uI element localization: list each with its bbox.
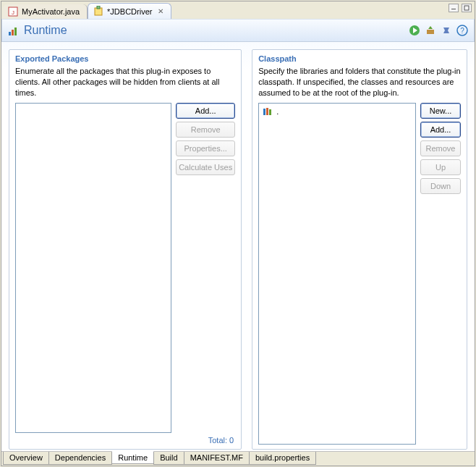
list-item-label: . (276, 107, 279, 116)
svg-rect-11 (427, 30, 434, 34)
calculate-uses-button: Calculate Uses (176, 159, 235, 175)
tab-jdbcdriver[interactable]: *JDBCDriver ✕ (88, 3, 171, 19)
exported-total: Total: 0 (15, 433, 235, 445)
svg-rect-15 (263, 109, 265, 115)
svg-text:J: J (12, 9, 14, 16)
runtime-icon (8, 25, 20, 36)
up-classpath-button: Up (420, 159, 461, 175)
editor-tabs: J MyActivator.java *JDBCDriver ✕ (1, 1, 475, 19)
exported-packages-description: Enumerate all the packages that this plu… (15, 66, 235, 103)
svg-rect-7 (12, 30, 14, 35)
svg-rect-6 (9, 32, 11, 35)
svg-rect-3 (97, 6, 100, 9)
page-header: Runtime ? (1, 19, 475, 42)
tab-build[interactable]: Build (153, 452, 184, 465)
exported-packages-list[interactable] (15, 103, 171, 433)
remove-package-button: Remove (176, 122, 235, 138)
editor-window: J MyActivator.java *JDBCDriver ✕ Runtime (1, 1, 475, 466)
svg-rect-4 (451, 9, 456, 9)
remove-classpath-button: Remove (420, 140, 461, 156)
classpath-list[interactable]: . (258, 103, 416, 445)
package-properties-button: Properties... (176, 140, 235, 156)
exported-packages-section: Exported Packages Enumerate all the pack… (9, 49, 242, 450)
manifest-editor-tabs: Overview Dependencies Runtime Build MANI… (1, 451, 475, 466)
new-classpath-button[interactable]: New... (420, 103, 461, 119)
java-file-icon: J (7, 6, 19, 17)
classpath-section: Classpath Specify the libraries and fold… (252, 49, 467, 450)
plugin-file-icon (93, 6, 104, 17)
classpath-buttons: New... Add... Remove Up Down (420, 103, 461, 445)
svg-marker-12 (428, 26, 433, 29)
tab-dependencies[interactable]: Dependencies (48, 452, 112, 465)
svg-text:?: ? (460, 27, 464, 35)
svg-rect-8 (14, 28, 17, 35)
down-classpath-button: Down (420, 178, 461, 194)
tab-overview[interactable]: Overview (3, 452, 49, 465)
window-controls (449, 4, 472, 12)
classpath-body: . New... Add... Remove Up Down (258, 103, 461, 445)
svg-rect-5 (464, 6, 469, 10)
add-classpath-button[interactable]: Add... (420, 122, 461, 138)
exported-packages-body: Add... Remove Properties... Calculate Us… (15, 103, 235, 433)
list-item[interactable]: . (260, 105, 414, 118)
classpath-title: Classpath (258, 53, 461, 66)
exported-packages-title: Exported Packages (15, 53, 235, 66)
run-icon[interactable] (409, 25, 420, 36)
content-area: Exported Packages Enumerate all the pack… (1, 42, 475, 451)
close-icon[interactable]: ✕ (158, 7, 163, 15)
svg-rect-16 (266, 108, 268, 115)
tab-runtime[interactable]: Runtime (111, 451, 154, 464)
minimize-icon[interactable] (449, 4, 459, 12)
tab-myactivator[interactable]: J MyActivator.java (3, 4, 88, 19)
tab-manifest[interactable]: MANIFEST.MF (184, 452, 250, 465)
tab-buildproperties[interactable]: build.properties (249, 452, 316, 465)
organize-icon[interactable] (441, 25, 452, 36)
page-title: Runtime (24, 24, 67, 37)
add-package-button[interactable]: Add... (176, 103, 235, 119)
library-icon (262, 106, 273, 117)
maximize-icon[interactable] (462, 4, 472, 12)
header-actions: ? (409, 25, 468, 36)
svg-rect-17 (269, 109, 271, 115)
tab-label: *JDBCDriver (107, 7, 152, 16)
help-icon[interactable]: ? (456, 25, 468, 36)
export-wizard-icon[interactable] (425, 25, 436, 36)
classpath-description: Specify the libraries and folders that c… (258, 66, 461, 103)
tab-label: MyActivator.java (22, 7, 80, 16)
page-title-group: Runtime (8, 24, 67, 37)
exported-buttons: Add... Remove Properties... Calculate Us… (176, 103, 235, 433)
